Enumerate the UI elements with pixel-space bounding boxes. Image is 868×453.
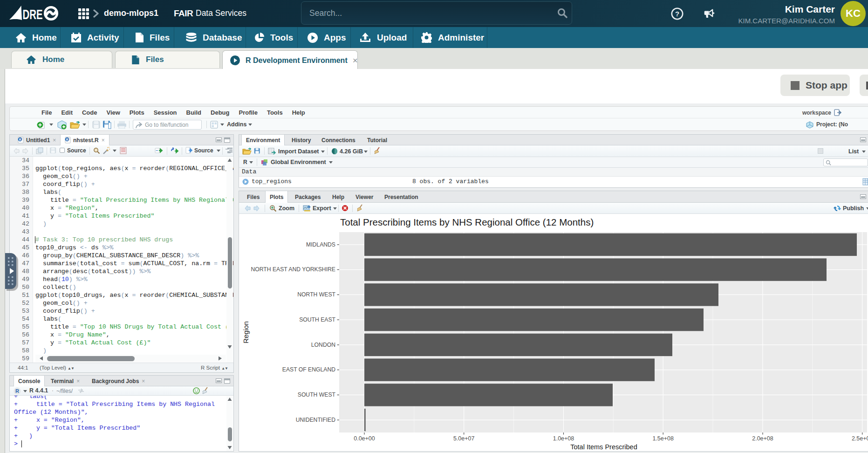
svg-text:R: R — [15, 388, 19, 394]
svg-text:NORTH EAST AND YORKSHIRE: NORTH EAST AND YORKSHIRE — [251, 266, 335, 273]
svg-text:SOUTH WEST: SOUTH WEST — [298, 391, 336, 398]
svg-text:R: R — [19, 138, 21, 141]
svg-text:NORTH WEST: NORTH WEST — [297, 291, 335, 298]
svg-text:EAST OF ENGLAND: EAST OF ENGLAND — [282, 366, 335, 373]
svg-text:MIDLANDS: MIDLANDS — [306, 241, 335, 248]
svg-text:Region: Region — [242, 321, 250, 343]
svg-text:LONDON: LONDON — [311, 342, 335, 348]
svg-text:?: ? — [675, 10, 679, 18]
svg-text:Total Prescribing Items by NHS: Total Prescribing Items by NHS Regional … — [340, 217, 594, 227]
svg-text:1.0e+08: 1.0e+08 — [553, 435, 574, 442]
svg-text:5.0e+07: 5.0e+07 — [453, 435, 475, 442]
svg-text:1.5e+08: 1.5e+08 — [652, 435, 674, 442]
svg-text:Total Items Prescribed: Total Items Prescribed — [570, 443, 637, 451]
svg-text:2.5e+08: 2.5e+08 — [852, 435, 868, 442]
svg-text:UNIDENTIFIED: UNIDENTIFIED — [296, 417, 336, 423]
svg-text:DRE: DRE — [23, 7, 43, 21]
svg-text:2.0e+08: 2.0e+08 — [752, 435, 773, 442]
svg-text:R: R — [66, 138, 68, 141]
svg-text:0.0e+00: 0.0e+00 — [354, 435, 375, 442]
svg-text:SOUTH EAST: SOUTH EAST — [299, 316, 335, 323]
